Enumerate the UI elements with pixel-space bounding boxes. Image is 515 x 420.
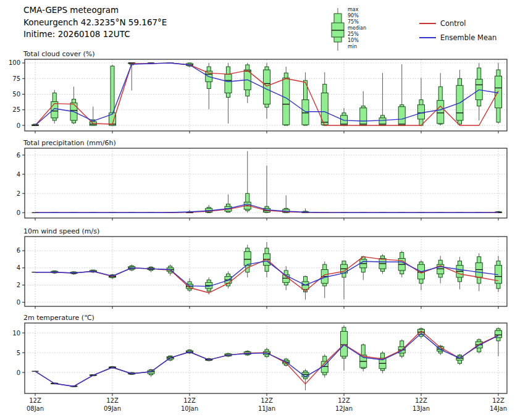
y-tick-label: 6: [17, 247, 20, 254]
box-25-75: [244, 251, 251, 265]
box-25-75: [398, 107, 405, 125]
legend-boxplot-sample: [332, 8, 344, 51]
y-tick-label: 100: [9, 59, 20, 66]
x-tick-label-time: 12Z: [261, 397, 273, 404]
panel-title: Total cloud cover (%): [23, 50, 95, 58]
legend-label-min: min: [348, 44, 357, 50]
box-25-75: [264, 70, 270, 104]
panel-cloud: 0255075100Total cloud cover (%): [9, 50, 507, 133]
panel-title: 10m wind speed (m/s): [23, 227, 99, 235]
x-tick-label-date: 12Jan: [335, 405, 353, 412]
x-tick-label-date: 09Jan: [104, 405, 121, 412]
x-tick-label-time: 12Z: [183, 397, 196, 404]
box-25-75: [360, 108, 367, 125]
y-tick-label: 0: [17, 122, 20, 129]
panel-wind: 024610m wind speed (m/s): [17, 227, 507, 309]
y-tick-label: 0: [17, 209, 20, 216]
box-25-75: [225, 74, 232, 93]
y-tick-label: 0: [17, 299, 20, 306]
x-tick-label-date: 13Jan: [412, 405, 430, 412]
x-tick-label-date: 10Jan: [181, 405, 198, 412]
meteogram-svg: 0255075100Total cloud cover (%)0246Total…: [0, 0, 515, 420]
box-25-75: [475, 262, 482, 277]
ensemble-legend-line: [419, 37, 436, 38]
panel-border: [25, 323, 507, 393]
meteogram: 0255075100Total cloud cover (%)0246Total…: [0, 0, 515, 420]
header: CMA-GEPS meteogram Koneurgench 42.3235°N…: [23, 4, 167, 41]
y-tick-label: 2: [17, 190, 20, 197]
legend-label-max: max: [348, 7, 358, 13]
y-tick-label: 4: [17, 171, 20, 178]
x-tick-label-time: 12Z: [106, 397, 119, 404]
legend-label-25: 25%: [348, 32, 359, 38]
legend-label-90: 90%: [348, 13, 359, 19]
x-tick-label-date: 14Jan: [490, 405, 507, 412]
x-tick-label-date: 11Jan: [258, 405, 275, 412]
panel-temp: 05102m temperature (℃): [12, 314, 507, 396]
panel-title: Total precipitation (mm/6h): [23, 139, 116, 147]
control-legend-label: Control: [440, 19, 466, 28]
y-tick-label: 50: [12, 91, 20, 98]
y-tick-label: 0: [17, 369, 20, 376]
x-tick-label-time: 12Z: [415, 397, 427, 404]
panel-title: 2m temperature (℃): [23, 314, 94, 322]
legend-label-75: 75%: [348, 19, 359, 25]
box-25-75: [495, 76, 502, 108]
box-25-75: [283, 78, 290, 125]
x-tick-label-time: 12Z: [338, 397, 350, 404]
y-tick-label: 5: [17, 350, 20, 356]
y-tick-label: 75: [12, 75, 20, 82]
legend-label-10: 10%: [348, 38, 359, 44]
y-tick-label: 25: [12, 106, 20, 113]
chart-inittime: Initime: 20260108 12UTC: [23, 28, 167, 41]
chart-location: Koneurgench 42.3235°N 59.167°E: [23, 17, 167, 29]
x-tick-label-time: 12Z: [492, 397, 505, 404]
y-tick-label: 6: [17, 152, 20, 159]
legend-label-median: median: [348, 25, 366, 32]
y-tick-label: 10: [12, 330, 20, 337]
chart-title: CMA-GEPS meteogram: [23, 4, 167, 17]
y-tick-label: 2: [17, 282, 20, 288]
y-tick-label: 4: [17, 264, 20, 271]
ensemble-legend-label: Ensemble Mean: [440, 33, 496, 42]
control-legend-line: [419, 23, 436, 24]
box-25-75: [341, 331, 348, 356]
box-25-75: [418, 105, 425, 119]
panel-precip: 0246Total precipitation (mm/6h): [17, 139, 507, 220]
box-25-75: [437, 101, 444, 124]
x-tick-label-time: 12Z: [29, 397, 41, 404]
box-25-75: [302, 100, 309, 125]
x-tick-label-date: 08Jan: [27, 405, 44, 412]
